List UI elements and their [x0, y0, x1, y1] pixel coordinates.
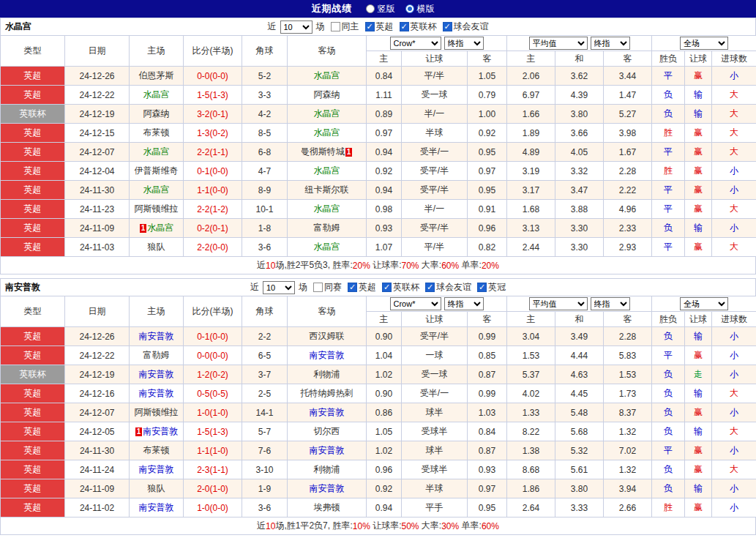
- avg-away-cell: 4.96: [604, 200, 652, 219]
- handicap-result-cell: 赢: [685, 346, 712, 365]
- match-row: 英超24-12-051南安普敦1-5(1-3)5-7切尔西1.05受球半0.84…: [1, 422, 756, 441]
- avg-select[interactable]: 平均值: [529, 37, 588, 50]
- result-cell: 负: [652, 365, 685, 384]
- result-cell: 平: [652, 67, 685, 86]
- goals-result-cell: 大: [712, 422, 756, 441]
- filter-checkbox-0[interactable]: 同主: [331, 20, 359, 33]
- sub-col-header: 胜负: [652, 51, 685, 67]
- corner-cell: 6-5: [242, 346, 288, 365]
- home-team-cell: 狼队: [130, 479, 184, 498]
- date-cell: 24-11-09: [65, 479, 130, 498]
- filter-checkbox-3[interactable]: 球会友谊: [425, 281, 471, 294]
- filter-checkbox-4[interactable]: 英冠: [477, 281, 506, 294]
- avg-away-cell: 8.37: [604, 403, 652, 422]
- away-team-cell: 富勒姆: [288, 219, 367, 238]
- handicap-cell: 受一球: [402, 365, 468, 384]
- avg-home-cell: 1.68: [507, 200, 555, 219]
- away-odds-cell: 0.82: [468, 238, 507, 257]
- summary-bar: 近10场,胜1平2负7, 胜率:10% 让球率:50% 大率:30% 单率:60…: [0, 518, 756, 535]
- date-cell: 24-12-07: [65, 143, 130, 162]
- odds-company-select[interactable]: Crow*: [390, 297, 441, 310]
- sub-col-header: 和: [555, 51, 604, 67]
- result-cell: 负: [652, 403, 685, 422]
- home-odds-cell: 0.94: [367, 181, 402, 200]
- away-odds-cell: 0.99: [468, 384, 507, 403]
- avg-time-select[interactable]: 终指: [591, 297, 630, 310]
- match-row: 英超24-12-22富勒姆0-0(0-0)6-5南安普敦1.04一球0.851.…: [1, 346, 756, 365]
- avg-draw-cell: 3.66: [555, 124, 604, 143]
- avg-select[interactable]: 平均值: [529, 297, 588, 310]
- corner-cell: 14-1: [242, 403, 288, 422]
- radio-icon: [366, 4, 375, 13]
- date-cell: 24-11-30: [65, 441, 130, 460]
- avg-draw-cell: 3.80: [555, 105, 604, 124]
- avg-away-cell: 1.32: [604, 460, 652, 479]
- score-cell: 0-5(0-5): [184, 384, 242, 403]
- layout-radio-0[interactable]: 竖版: [366, 3, 395, 15]
- avg-time-select[interactable]: 终指: [591, 37, 630, 50]
- goals-result-cell: 小: [712, 441, 756, 460]
- home-team-cell: 布莱顿: [130, 441, 184, 460]
- corner-cell: 3-6: [242, 498, 288, 518]
- goals-result-cell: 小: [712, 346, 756, 365]
- home-team-cell: 阿斯顿维拉: [130, 200, 184, 219]
- handicap-cell: 受平/半: [402, 327, 468, 346]
- scope-select[interactable]: 全场: [680, 297, 728, 310]
- away-odds-cell: 0.96: [468, 219, 507, 238]
- results-table: 类型日期主场比分(半场)角球客场Crow*终指平均值终指全场主让球客主和客胜负让…: [0, 296, 756, 518]
- away-team-name: 托特纳姆热刺: [301, 388, 353, 398]
- away-odds-cell: 0.97: [468, 479, 507, 498]
- odds-time-select[interactable]: 终指: [444, 297, 484, 310]
- sub-col-header: 主: [507, 51, 555, 67]
- date-cell: 24-11-03: [65, 238, 130, 257]
- page: 近期战绩 竖版横版 水晶宫近10场同主英超英联杯球会友谊类型日期主场比分(半场)…: [0, 0, 756, 535]
- goals-result-cell: 小: [712, 67, 756, 86]
- topbar: 近期战绩 竖版横版: [0, 0, 756, 18]
- filter-checkbox-2[interactable]: 英联杯: [400, 20, 437, 33]
- league-cell: 英超: [1, 162, 65, 181]
- rounds-select[interactable]: 10: [280, 20, 312, 34]
- away-odds-cell: 0.95: [468, 181, 507, 200]
- scope-select[interactable]: 全场: [680, 37, 728, 50]
- handicap-result-cell: 赢: [685, 124, 712, 143]
- radio-label: 竖版: [378, 3, 395, 15]
- date-cell: 24-12-26: [65, 67, 130, 86]
- filter-checkbox-2[interactable]: 英联杯: [382, 281, 419, 294]
- avg-home-cell: 8.22: [507, 422, 555, 441]
- filter-checkbox-1[interactable]: 英超: [348, 281, 376, 294]
- checkbox-label: 英超: [376, 20, 394, 33]
- result-cell: 负: [652, 327, 685, 346]
- score-cell: 1-5(1-3): [184, 86, 242, 105]
- score-cell: 3-2(0-1): [184, 105, 242, 124]
- col-header: 角球: [242, 36, 288, 67]
- col-header: 日期: [65, 296, 130, 327]
- away-odds-cell: 0.93: [468, 460, 507, 479]
- avg-home-cell: 6.97: [507, 86, 555, 105]
- home-team-cell: 1水晶宫: [130, 219, 184, 238]
- odds-time-select[interactable]: 终指: [444, 37, 484, 50]
- handicap-cell: 一球: [402, 346, 468, 365]
- handicap-result-cell: 赢: [685, 181, 712, 200]
- away-team-cell: 南安普敦: [288, 403, 367, 422]
- section-southampton: 南安普敦近10场同赛英超英联杯球会友谊英冠类型日期主场比分(半场)角球客场Cro…: [0, 278, 756, 535]
- layout-radio-1[interactable]: 横版: [405, 3, 435, 15]
- handicap-cell: 受平/半: [402, 219, 468, 238]
- away-team-cell: 水晶宫: [288, 162, 367, 181]
- match-row: 英联杯24-12-19阿森纳3-2(0-1)4-2水晶宫0.89半/一1.001…: [1, 105, 756, 124]
- checkbox-label: 同赛: [324, 281, 342, 294]
- handicap-result-cell: 输: [685, 327, 712, 346]
- rounds-select[interactable]: 10: [263, 281, 295, 294]
- match-row: 英超24-11-24南安普敦2-3(1-1)3-10利物浦0.96受球半0.93…: [1, 460, 756, 479]
- filter-checkbox-1[interactable]: 英超: [365, 20, 394, 33]
- sub-col-header: 让球: [685, 51, 712, 67]
- odds-company-select[interactable]: Crow*: [390, 37, 441, 50]
- home-team-cell: 南安普敦: [130, 384, 184, 403]
- home-team-cell: 布莱顿: [130, 124, 184, 143]
- filter-checkbox-0[interactable]: 同赛: [313, 281, 342, 294]
- avg-draw-cell: 5.68: [555, 422, 604, 441]
- handicap-result-cell: 赢: [685, 403, 712, 422]
- filter-checkbox-3[interactable]: 球会友谊: [443, 20, 489, 33]
- result-cell: 平: [652, 200, 685, 219]
- rounds-unit-label: 场: [316, 20, 325, 33]
- corner-cell: 2-5: [242, 384, 288, 403]
